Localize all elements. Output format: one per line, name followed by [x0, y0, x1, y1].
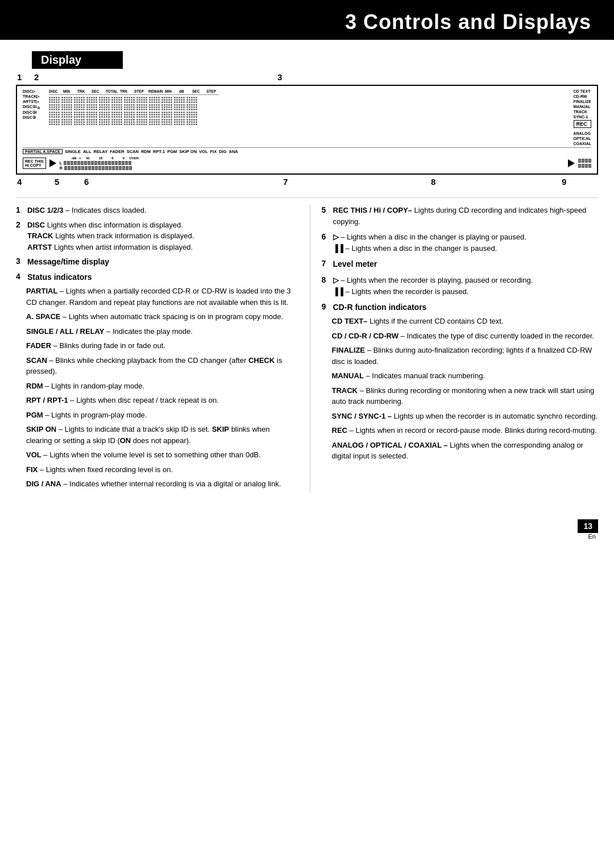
meter-scale-0: 0: [123, 156, 125, 160]
ind-all: ALL: [83, 149, 92, 154]
locale-label: En: [588, 533, 596, 540]
term-cd-text: CD TEXT–: [332, 317, 368, 325]
ind-skipon: SKIP ON: [179, 149, 197, 154]
text-manual: – Indicates manual track numbering.: [366, 371, 485, 380]
term-finalize: FINALIZE: [332, 346, 366, 354]
text-track: Lights when track information is display…: [55, 232, 194, 240]
term-on-inline: ON: [120, 436, 131, 445]
term-disc: DISC: [27, 221, 45, 229]
ind-ana: ANA: [229, 149, 238, 154]
term-scan: SCAN: [26, 356, 47, 365]
disc-label-1: DISC▷: [23, 89, 47, 94]
ind-fix: FIX: [210, 149, 217, 154]
text-finalize: – Blinks during auto-finalization record…: [332, 346, 592, 366]
label-5: 5: [55, 177, 59, 187]
text-play-sym2: – Lights when the recorder is playing, p…: [341, 276, 533, 284]
item-num-7: 7: [322, 258, 333, 270]
text-sync-sync1: Lights up when the recorder is in automa…: [394, 412, 598, 420]
term-partial: PARTIAL: [26, 287, 57, 295]
dots-row-1: [49, 97, 60, 103]
item-num-5: 5: [322, 205, 333, 227]
text-track-r: – Blinks during recording or monitoring …: [332, 386, 595, 406]
col-step: STEP: [134, 89, 147, 93]
item-num-4: 4: [16, 271, 27, 283]
ind-single: SINGLE: [65, 149, 81, 154]
ind-fader: FADER: [110, 149, 124, 154]
label-9: 9: [562, 177, 566, 187]
text-disc: Lights when disc information is displaye…: [47, 221, 183, 229]
text-disc123: – Indicates discs loaded.: [65, 206, 146, 214]
col-sec2: SEC: [192, 89, 205, 93]
text-pause-sym2: – Lights when the recorder is paused.: [346, 287, 469, 296]
item-num-1: 1: [16, 205, 27, 216]
cd-rw-label: CD-RW: [574, 94, 592, 98]
col-trk2: TRK: [120, 89, 132, 93]
hi-copy-label: Hi COPY: [25, 163, 44, 167]
col-db: dB: [179, 89, 190, 93]
label-6: 6: [84, 177, 89, 187]
play-arrow-right: [568, 159, 575, 167]
right-descriptions: 5 REC THIS / Hi / COPY– Lights during CD…: [310, 205, 599, 493]
text-scan: – Blinks while checking playback from th…: [49, 356, 248, 365]
item-num-3: 3: [16, 256, 27, 268]
col-disc: DISC: [49, 89, 61, 93]
term-level-meter: Level meter: [333, 259, 377, 268]
term-manual: MANUAL: [332, 371, 364, 380]
term-track-r: TRACK: [332, 386, 358, 395]
label-1: 1: [17, 72, 22, 82]
dots-row-1b: [61, 97, 72, 103]
track-label: TRACK▷: [23, 94, 47, 99]
text-artst: Lights when artist information is displa…: [54, 243, 193, 251]
text-rpt-rpt1: – Lights when disc repeat / track repeat…: [70, 396, 219, 404]
text-skipon3: does not appear).: [131, 436, 191, 445]
left-descriptions: 1 DISC 1/2/3 – Indicates discs loaded. 2…: [16, 205, 310, 493]
term-pause-sym: ▐▐: [333, 244, 343, 253]
text-rdm: – Lights in random-play mode.: [45, 382, 144, 390]
term-check-inline: CHECK: [248, 356, 275, 365]
item-num-8: 8: [322, 275, 333, 297]
text-cd-cdr-cdrw: – Indicates the type of disc currently l…: [401, 332, 594, 340]
term-cd-cdr-cdrw: CD / CD-R / CD-RW: [332, 332, 399, 340]
label-2: 2: [34, 72, 39, 82]
ind-vol: VOL: [199, 149, 208, 154]
finalize-label: FINALIZE: [574, 100, 592, 104]
col-trk: TRK: [77, 89, 90, 93]
sync1-label: SYNC-1: [574, 115, 592, 119]
term-rpt-rpt1: RPT / RPT-1: [26, 396, 68, 404]
dots-row-1c: [74, 97, 85, 103]
term-analog-optical-coaxial: ANALOG / OPTICAL / COAXIAL –: [332, 441, 448, 449]
disc3-label: DISC③: [23, 115, 47, 120]
meter-scale-18: 18: [99, 156, 103, 160]
term-single-all-relay: SINGLE / ALL / RELAY: [26, 327, 104, 336]
item-num-2: 2: [16, 220, 27, 253]
text-single-all-relay: – Indicates the play mode.: [106, 327, 193, 336]
manual-label: MANUAL: [574, 105, 592, 109]
label-4: 4: [17, 177, 22, 187]
col-min: MIN: [63, 89, 76, 93]
term-play-sym: ▷: [333, 233, 339, 241]
coaxial-label: COAXIAL: [574, 142, 592, 146]
text-play-sym: – Lights when a disc in the changer is p…: [341, 233, 526, 241]
bracket-partial-aspacerow: PARTIAL A.SPACE: [23, 149, 63, 154]
term-skip-inline: SKIP: [212, 425, 229, 433]
cd-text-label: CD TEXT: [574, 89, 592, 93]
term-status-indicators: Status indicators: [27, 272, 92, 282]
label-3: 3: [277, 72, 282, 82]
ind-rpt1: RPT-1: [153, 149, 165, 154]
ind-relay: RELAY: [93, 149, 107, 154]
meter-scale-40: 40: [86, 156, 90, 160]
term-artst: ARTST: [27, 243, 52, 251]
text-cd-text: Lights if the current CD contains CD tex…: [370, 317, 504, 325]
term-fix: FIX: [26, 465, 38, 474]
term-sync-sync1: SYNC / SYNC-1 –: [332, 412, 392, 420]
play-arrow-left: [49, 159, 56, 167]
ind-pgm: PGM: [167, 149, 177, 154]
page-number: 13: [578, 519, 598, 533]
term-rdm: RDM: [26, 382, 43, 390]
term-rec: REC: [332, 426, 347, 435]
display-section-title: Display: [32, 51, 123, 69]
term-message-display: Message/time display: [27, 257, 109, 266]
term-cdr-function: CD-R function indicators: [333, 303, 427, 312]
meter-r-label: R: [60, 166, 63, 170]
meter-scale-inf: ∞: [79, 156, 81, 160]
